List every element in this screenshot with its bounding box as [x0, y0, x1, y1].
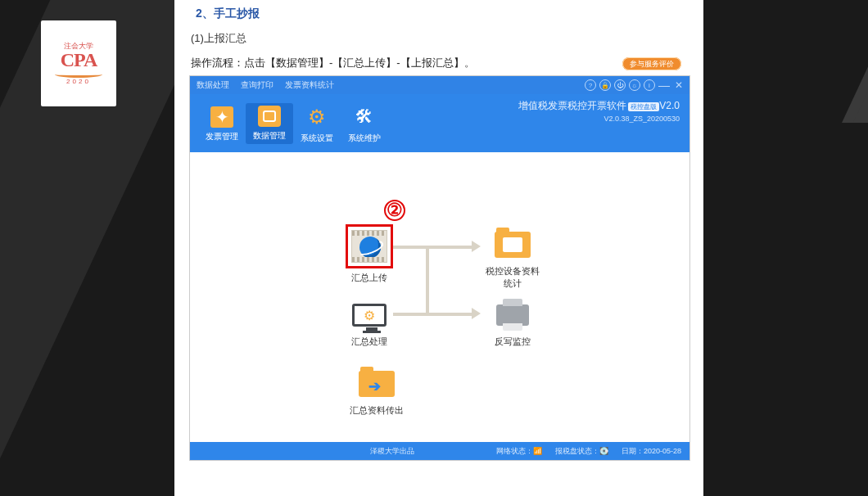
arrow-head-icon — [472, 241, 481, 252]
globe-icon — [359, 237, 381, 258]
flow-canvas: ② 汇总上传 税控设备资料 统计 ⚙ 汇总处理 反写监控 — [190, 152, 689, 442]
printer-icon — [496, 304, 529, 326]
disk-icon: 💽 — [599, 447, 608, 455]
gear-icon: ⚙ — [305, 105, 329, 129]
flow-process-label: 汇总处理 — [340, 336, 399, 348]
status-date: 日期：2020-05-28 — [622, 446, 681, 457]
annotation-step-2: ② — [384, 200, 405, 221]
arrow-head-icon — [472, 308, 481, 319]
process-instruction: 操作流程：点击【数据管理】-【汇总上传】-【上报汇总】。 — [191, 56, 689, 70]
close-icon[interactable]: ✕ — [673, 79, 685, 91]
section-title: 2、手工抄报 — [196, 7, 689, 21]
ribbon-invoice-mgmt[interactable]: ✦ 发票管理 — [198, 105, 246, 142]
flow-rewrite-monitor[interactable]: 反写监控 — [483, 298, 542, 348]
menu-data-process[interactable]: 数据处理 — [197, 79, 229, 91]
flow-device-stats[interactable]: 税控设备资料 统计 — [483, 228, 542, 290]
app-window: 数据处理 查询打印 发票资料统计 ? 🔒 ⏻ ☼ i — ✕ 参与服务评价 ✦ … — [189, 75, 690, 461]
book-icon — [55, 71, 102, 78]
app-build-version: V2.0.38_ZS_20200530 — [518, 115, 680, 123]
flow-upload-summary[interactable]: 汇总上传 — [340, 224, 399, 284]
flow-export-label: 汇总资料传出 — [340, 404, 414, 417]
shield-icon — [258, 106, 281, 127]
settings-mini-icon[interactable]: ☼ — [629, 79, 640, 91]
filmstrip-icon — [351, 230, 387, 263]
window-control-group: ? 🔒 ⏻ ☼ i — ✕ — [585, 76, 685, 94]
app-version-suffix: V2.0 — [659, 100, 680, 111]
app-title: 增值税发票税控开票软件 — [518, 100, 626, 111]
menu-bar: 数据处理 查询打印 发票资料统计 ? 🔒 ⏻ ☼ i — ✕ 参与服务评价 — [190, 76, 689, 94]
monitor-icon: ⚙ — [352, 304, 387, 327]
status-brand: 泽稷大学出品 — [370, 446, 414, 457]
minimize-icon[interactable]: — — [658, 79, 670, 91]
cpa-logo: 注会大学 CPA 2020 — [41, 20, 116, 106]
connector-line — [426, 313, 472, 316]
connector-line — [426, 246, 472, 249]
lock-icon[interactable]: 🔒 — [599, 79, 611, 91]
service-rating-button[interactable]: 参与服务评价 — [622, 58, 681, 70]
edition-pill: 税控盘版 — [628, 102, 659, 111]
wifi-icon: 📶 — [533, 447, 542, 455]
help-icon[interactable]: ? — [585, 79, 596, 91]
box-icon: ✦ — [210, 106, 233, 128]
status-network: 网络状态：📶 — [496, 446, 542, 457]
folder-icon — [495, 232, 531, 258]
document-page: 2、手工抄报 (1)上报汇总 操作流程：点击【数据管理】-【汇总上传】-【上报汇… — [174, 0, 703, 496]
flow-rewrite-label: 反写监控 — [483, 336, 542, 348]
flow-upload-label: 汇总上传 — [340, 272, 399, 284]
ribbon-toolbar: ✦ 发票管理 数据管理 ⚙ 系统设置 🛠 系统维护 增值税发票税控开票软件税控盘… — [190, 94, 689, 152]
menu-query-print[interactable]: 查询打印 — [241, 79, 274, 91]
connector-line — [426, 246, 429, 316]
menu-invoice-stats[interactable]: 发票资料统计 — [285, 79, 334, 91]
info-icon[interactable]: i — [644, 79, 655, 91]
flow-summary-process[interactable]: ⚙ 汇总处理 — [340, 298, 399, 348]
connector-line — [393, 246, 426, 249]
connector-line — [393, 313, 426, 316]
logo-year: 2020 — [55, 79, 102, 85]
ribbon-data-mgmt[interactable]: 数据管理 — [246, 103, 293, 144]
flow-export-summary[interactable]: ➔ 汇总资料传出 — [340, 367, 414, 417]
subsection-title: (1)上报汇总 — [191, 31, 689, 46]
flow-device-stats-label: 税控设备资料 统计 — [483, 265, 542, 290]
status-bar: 泽稷大学出品 网络状态：📶 报税盘状态：💽 日期：2020-05-28 — [190, 442, 689, 460]
status-disk: 报税盘状态：💽 — [555, 446, 608, 457]
logo-main: CPA — [55, 50, 102, 70]
app-title-block: 增值税发票税控开票软件税控盘版V2.0 V2.0.38_ZS_20200530 — [518, 99, 680, 123]
user-icon[interactable]: ⏻ — [614, 79, 626, 91]
ribbon-system-maint[interactable]: 🛠 系统维护 — [341, 103, 388, 144]
ribbon-system-settings[interactable]: ⚙ 系统设置 — [293, 103, 341, 144]
tools-icon: 🛠 — [352, 105, 377, 129]
folder-export-icon: ➔ — [359, 371, 395, 397]
